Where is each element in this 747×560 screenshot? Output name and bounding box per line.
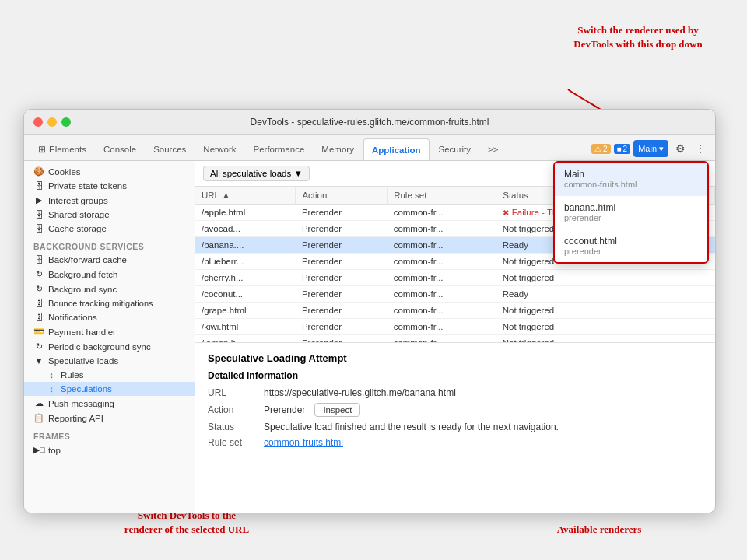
renderer-option-name: coconut.html <box>564 236 698 247</box>
cache-storage-icon: 🗄 <box>33 224 44 233</box>
tab-application[interactable]: Application <box>363 138 430 160</box>
sidebar-item-background-fetch[interactable]: ↻ Background fetch <box>24 267 195 282</box>
sidebar-item-background-fetch-label: Background fetch <box>48 270 118 279</box>
settings-button[interactable]: ⚙ <box>672 140 689 157</box>
sidebar-item-back-forward-cache[interactable]: 🗄 Back/forward cache <box>24 253 195 267</box>
table-cell-ruleset: common-fr... <box>388 205 496 221</box>
table-row[interactable]: /grape.htmlPrerendercommon-fr...Not trig… <box>195 303 715 319</box>
window-title: DevTools - speculative-rules.glitch.me/c… <box>251 117 489 128</box>
sidebar-item-speculations[interactable]: ↕ Speculations <box>24 382 195 396</box>
tab-memory[interactable]: Memory <box>314 138 362 160</box>
table-cell-ruleset: common-fr... <box>388 254 496 270</box>
renderer-option[interactable]: banana.htmlprerender <box>555 196 707 229</box>
detail-url-value: https://speculative-rules.glitch.me/bana… <box>264 387 456 398</box>
sidebar-item-reporting-api[interactable]: 📋 Reporting API <box>24 411 195 425</box>
annotation-bottom-right: Available renderers <box>529 523 669 537</box>
tab-network[interactable]: Network <box>195 138 244 160</box>
table-cell-url: /avocad... <box>195 221 296 237</box>
sidebar-item-shared-storage[interactable]: 🗄 Shared storage <box>24 208 195 222</box>
filter-arrow-icon: ▼ <box>293 169 302 178</box>
sidebar-item-back-forward-cache-label: Back/forward cache <box>48 255 127 264</box>
table-row[interactable]: /lemon.h...Prerendercommon-fr...Not trig… <box>195 335 715 343</box>
detail-section-title: Detailed information <box>208 370 703 381</box>
table-cell-status: Ready <box>496 286 715 303</box>
renderer-dropdown[interactable]: Main ▾ <box>633 140 668 157</box>
filter-label: All speculative loads <box>210 169 291 178</box>
renderer-option-name: banana.html <box>564 202 698 213</box>
sidebar-item-private-state-label: Private state tokens <box>48 181 127 191</box>
payment-handler-icon: 💳 <box>33 327 44 337</box>
table-row[interactable]: /coconut...Prerendercommon-fr...Ready <box>195 286 715 303</box>
tab-console[interactable]: Console <box>96 138 144 160</box>
tab-bar-right: ⚠ 2 ■ 2 Main ▾ ⚙ ⋮ <box>591 140 709 160</box>
sidebar-item-cache-storage[interactable]: 🗄 Cache storage <box>24 222 195 236</box>
tab-memory-label: Memory <box>321 145 354 154</box>
table-row[interactable]: /kiwi.htmlPrerendercommon-fr...Not trigg… <box>195 319 715 335</box>
more-options-button[interactable]: ⋮ <box>692 140 709 157</box>
table-cell-ruleset: common-fr... <box>388 335 496 343</box>
annotation-top-right: Switch the renderer used by DevTools wit… <box>552 23 724 51</box>
tab-bar: ⊞ Elements Console Sources Network Perfo… <box>24 135 715 161</box>
sidebar-item-push-messaging-label: Push messaging <box>48 399 114 408</box>
col-action[interactable]: Action <box>296 187 388 205</box>
table-cell-status: Not triggered <box>496 319 715 335</box>
col-url[interactable]: URL ▲ <box>195 187 296 205</box>
warning-icon: ⚠ <box>594 145 601 153</box>
detail-ruleset-value[interactable]: common-fruits.html <box>264 437 343 448</box>
sidebar-item-interest-groups[interactable]: ▶ Interest groups <box>24 193 195 208</box>
tab-performance[interactable]: Performance <box>246 138 313 160</box>
table-cell-action: Prerender <box>296 205 388 221</box>
table-cell-ruleset: common-fr... <box>388 237 496 254</box>
renderer-option[interactable]: Maincommon-fruits.html <box>555 163 707 196</box>
table-cell-action: Prerender <box>296 270 388 286</box>
table-cell-url: /lemon.h... <box>195 335 296 343</box>
sidebar-item-bounce-tracking[interactable]: 🗄 Bounce tracking mitigations <box>24 296 195 310</box>
detail-status-value: Speculative load finished and the result… <box>264 422 559 432</box>
renderer-option-sub: common-fruits.html <box>564 180 698 189</box>
sidebar-item-cookies[interactable]: 🍪 Cookies <box>24 164 195 179</box>
sidebar-item-top-label: top <box>48 446 61 455</box>
info-badge: ■ 2 <box>614 144 631 154</box>
sidebar-item-notifications[interactable]: 🗄 Notifications <box>24 310 195 324</box>
detail-action-row: Action Prerender Inspect <box>208 403 703 417</box>
sidebar-item-speculative-loads[interactable]: ▼ Speculative loads <box>24 354 195 368</box>
sidebar-item-speculative-loads-label: Speculative loads <box>48 356 118 366</box>
table-cell-url: /grape.html <box>195 303 296 319</box>
tab-more[interactable]: >> <box>480 138 506 160</box>
interest-groups-icon: ▶ <box>33 195 44 205</box>
inspect-button[interactable]: Inspect <box>314 403 360 417</box>
col-ruleset[interactable]: Rule set <box>388 187 496 205</box>
filter-select[interactable]: All speculative loads ▼ <box>203 166 310 181</box>
table-row[interactable]: /cherry.h...Prerendercommon-fr...Not tri… <box>195 270 715 286</box>
speculative-loads-expand-icon: ▼ <box>33 356 44 366</box>
detail-action-value: Prerender <box>264 404 305 415</box>
tab-console-label: Console <box>103 145 136 154</box>
sidebar-item-periodic-sync-label: Periodic background sync <box>48 342 151 352</box>
sidebar-item-payment-handler[interactable]: 💳 Payment handler <box>24 324 195 339</box>
tab-elements[interactable]: ⊞ Elements <box>30 138 94 160</box>
tab-sources[interactable]: Sources <box>146 138 194 160</box>
periodic-sync-icon: ↻ <box>33 341 44 352</box>
tab-security[interactable]: Security <box>431 138 479 160</box>
close-button[interactable] <box>33 117 43 127</box>
table-cell-action: Prerender <box>296 221 388 237</box>
sidebar-item-periodic-sync[interactable]: ↻ Periodic background sync <box>24 339 195 354</box>
sidebar-item-top[interactable]: ▶□ top <box>24 443 195 457</box>
maximize-button[interactable] <box>61 117 71 127</box>
renderer-arrow-icon: ▾ <box>659 144 664 154</box>
renderer-popup: Maincommon-fruits.htmlbanana.htmlprerend… <box>553 161 709 264</box>
tab-application-label: Application <box>372 145 421 155</box>
sidebar-item-push-messaging[interactable]: ☁ Push messaging <box>24 396 195 411</box>
sidebar-item-private-state[interactable]: 🗄 Private state tokens <box>24 179 195 193</box>
table-cell-ruleset: common-fr... <box>388 303 496 319</box>
sidebar-item-rules[interactable]: ↕ Rules <box>24 368 195 382</box>
renderer-option[interactable]: coconut.htmlprerender <box>555 229 707 262</box>
minimize-button[interactable] <box>47 117 57 127</box>
table-cell-url: /blueberr... <box>195 254 296 270</box>
renderer-option-name: Main <box>564 169 698 180</box>
notifications-icon: 🗄 <box>33 313 44 322</box>
sidebar-item-background-sync[interactable]: ↻ Background sync <box>24 282 195 296</box>
detail-ruleset-label: Rule set <box>208 437 254 448</box>
table-cell-ruleset: common-fr... <box>388 270 496 286</box>
table-cell-action: Prerender <box>296 303 388 319</box>
